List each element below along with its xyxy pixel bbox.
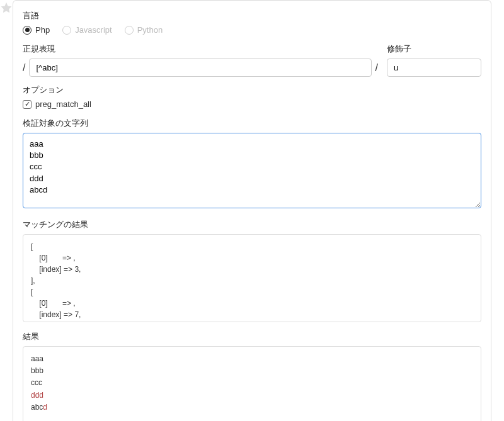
radio-icon [62,26,71,35]
test-string-label: 検証対象の文字列 [23,118,481,129]
radio-label-python: Python [137,25,163,35]
match-output[interactable]: [ [0] => , [index] => 3, ], [ [0] => , [… [23,234,481,322]
regex-slash-open: / [23,62,25,74]
language-radio-group: Php Javascript Python [23,25,481,35]
regex-input[interactable] [29,59,371,77]
favorite-star-icon[interactable] [0,1,13,14]
radio-label-php: Php [35,25,50,35]
result-line-highlight: ddd [31,390,473,401]
regex-label: 正規表現 [23,43,378,55]
radio-label-javascript: Javascript [75,25,112,35]
result-label: 結果 [23,331,481,342]
result-line: abcd [31,401,473,413]
test-string-textarea[interactable] [23,133,481,208]
checkbox-icon [23,100,32,109]
radio-icon [125,26,134,35]
radio-icon [23,26,32,35]
modifier-label: 修飾子 [387,43,481,55]
checkbox-label: preg_match_all [35,99,91,109]
radio-python[interactable]: Python [125,25,163,35]
option-label: オプション [23,84,481,96]
regex-tester-panel: 言語 Php Javascript Python 正規表現 / / [13,0,491,421]
language-label: 言語 [23,10,481,21]
result-line: bbb [31,365,473,377]
radio-javascript[interactable]: Javascript [62,25,112,35]
radio-php[interactable]: Php [23,25,50,35]
regex-slash-close: / [375,62,378,74]
match-result-label: マッチングの結果 [23,219,481,230]
result-line: aaa [31,353,473,365]
result-output: aaa bbb ccc ddd abcd [23,346,481,421]
preg-match-all-checkbox[interactable]: preg_match_all [23,99,481,109]
result-line: ccc [31,377,473,389]
modifier-input[interactable] [387,59,481,77]
